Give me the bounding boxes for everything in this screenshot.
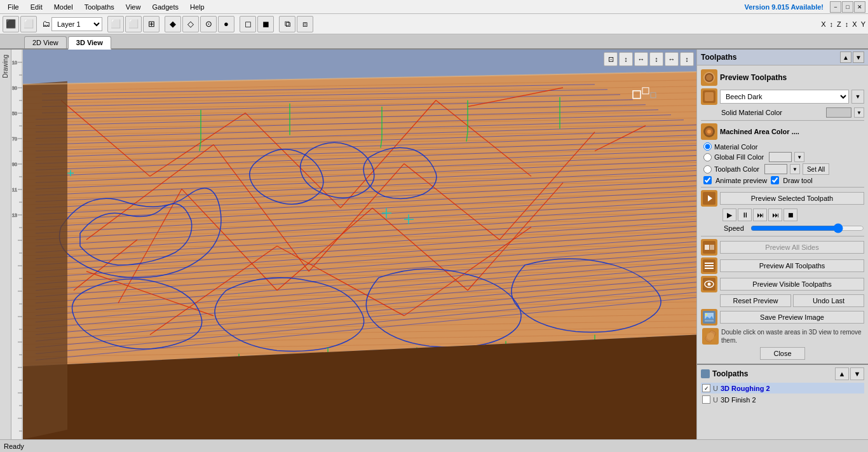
svg-rect-0 xyxy=(11,50,23,439)
close-button[interactable]: ✕ xyxy=(854,1,865,13)
speed-slider[interactable] xyxy=(750,223,864,233)
radio-material-color-input[interactable] xyxy=(703,142,712,151)
info-row: Double click on waste areas in 3D view t… xyxy=(701,328,864,345)
radio-global-fill-input[interactable] xyxy=(703,153,712,161)
svg-text:70: 70 xyxy=(12,137,17,141)
viewport-ctrl-4[interactable]: ↕ xyxy=(649,52,663,66)
play-button[interactable]: ▶ xyxy=(722,209,736,221)
toolpaths-list-title: Toolpaths xyxy=(712,369,748,378)
menu-help[interactable]: Help xyxy=(185,2,210,12)
menu-gadgets[interactable]: Gadgets xyxy=(147,2,184,12)
coord-x-label: X xyxy=(821,20,825,28)
panel-header: Toolpaths ▲ ▼ xyxy=(697,50,868,65)
preview-visible-button[interactable]: Preview Visible Toolpaths xyxy=(720,278,864,291)
menubar: File Edit Model Toolpaths View Gadgets H… xyxy=(0,0,868,14)
radio-toolpath-color-input[interactable] xyxy=(703,165,712,174)
viewport-ctrl-1[interactable]: ⊡ xyxy=(604,52,618,66)
viewport-3d[interactable]: 10 30 50 70 90 11 13 xyxy=(11,50,696,439)
material-dropdown-arrow[interactable]: ▼ xyxy=(851,90,864,104)
toolbar-zoom-selected[interactable]: ⬜ xyxy=(125,16,142,32)
svg-text:90: 90 xyxy=(12,162,17,167)
svg-rect-199 xyxy=(705,320,714,322)
menu-file[interactable]: File xyxy=(3,2,24,12)
animate-preview-check[interactable] xyxy=(703,176,712,184)
close-button[interactable]: Close xyxy=(760,347,804,360)
toolpath-color-arrow[interactable]: ▼ xyxy=(790,164,800,174)
toolbar-snap2[interactable]: ◇ xyxy=(182,16,199,32)
preview-all-sides-button[interactable]: Preview All Sides xyxy=(720,241,864,254)
reset-preview-button[interactable]: Reset Preview xyxy=(720,294,791,307)
viewport-ctrl-5[interactable]: ↔ xyxy=(665,52,679,66)
material-row: Beech Dark ▼ xyxy=(701,88,864,105)
viewport-ctrl-3[interactable]: ↔ xyxy=(634,52,648,66)
toolbar-snap4[interactable]: ● xyxy=(218,16,234,32)
toolbar-btn-2[interactable]: ⬜ xyxy=(20,16,37,32)
menu-model[interactable]: Model xyxy=(49,2,78,12)
toolbar-snap3[interactable]: ⊙ xyxy=(200,16,217,32)
toolpaths-list-section: Toolpaths ▲ ▼ ✓ U 3D Roughing 2 U xyxy=(697,364,868,408)
tab-2d-view[interactable]: 2D View xyxy=(24,36,67,48)
minimize-button[interactable]: − xyxy=(830,1,841,13)
global-fill-color-box[interactable] xyxy=(769,152,792,162)
viewport-ctrl-2[interactable]: ↕ xyxy=(619,52,633,66)
main-layout: Drawing 10 30 50 70 90 xyxy=(0,50,868,439)
preview-all-sides-row: Preview All Sides xyxy=(701,239,864,256)
svg-point-177 xyxy=(706,74,712,81)
toolpath-color-box[interactable] xyxy=(764,164,787,174)
draw-tool-check[interactable] xyxy=(771,176,779,184)
radio-global-fill: Global Fill Color ▼ xyxy=(701,152,864,162)
toolpath-item-2[interactable]: U 3D Finish 2 xyxy=(701,394,864,405)
maximize-button[interactable]: □ xyxy=(842,1,853,13)
radio-material-color-label: Material Color xyxy=(714,143,757,151)
toolbar-btn-1[interactable]: ⬛ xyxy=(3,16,19,32)
global-fill-color-arrow[interactable]: ▼ xyxy=(794,152,804,162)
toolbar-view2[interactable]: ⧈ xyxy=(297,16,313,32)
coord-z-label: Z xyxy=(837,20,841,28)
panel-title: Toolpaths xyxy=(701,53,736,62)
stop-button[interactable]: ⏹ xyxy=(783,209,797,221)
toolbar-render1[interactable]: ◻ xyxy=(240,16,256,32)
svg-text:30: 30 xyxy=(12,86,17,90)
toolpath-check-2[interactable] xyxy=(702,395,710,404)
material-select[interactable]: Beech Dark xyxy=(720,90,849,104)
undo-last-button[interactable]: Undo Last xyxy=(793,294,864,307)
pause-button[interactable]: ⏸ xyxy=(738,209,752,221)
toolbar-grid[interactable]: ⊞ xyxy=(143,16,159,32)
menu-edit[interactable]: Edit xyxy=(25,2,48,12)
preview-all-toolpaths-button[interactable]: Preview All Toolpaths xyxy=(720,259,864,272)
fast-forward-button[interactable]: ⏭ xyxy=(768,209,782,221)
window-controls: − □ ✕ xyxy=(830,1,865,13)
save-preview-button[interactable]: Save Preview Image xyxy=(720,311,864,324)
list-nav-btns: ▲ ▼ xyxy=(835,367,864,380)
solid-material-color-swatch[interactable] xyxy=(826,107,851,118)
viewport-ctrl-6[interactable]: ↕ xyxy=(680,52,694,66)
toolpath-item-1[interactable]: ✓ U 3D Roughing 2 xyxy=(701,383,864,394)
right-panel: Toolpaths ▲ ▼ Preview Toolpaths xyxy=(696,50,868,439)
preview-selected-button[interactable]: Preview Selected Toolpath xyxy=(720,192,864,205)
toolpath-check-1[interactable]: ✓ xyxy=(702,384,710,392)
toolbar-render2[interactable]: ◼ xyxy=(257,16,274,32)
toolbar: ⬛ ⬜ 🗂 Layer 1 ⬜ ⬜ ⊞ ◆ ◇ ⊙ ● ◻ ◼ ⧉ ⧈ X ↕ … xyxy=(0,14,868,34)
panel-icon-down[interactable]: ▼ xyxy=(853,51,864,63)
info-text: Double click on waste areas in 3D view t… xyxy=(721,328,863,345)
status-text: Ready xyxy=(4,442,24,450)
svg-marker-171 xyxy=(23,81,67,439)
toolbar-zoom-extents[interactable]: ⬜ xyxy=(107,16,124,32)
list-nav-up-button[interactable]: ▲ xyxy=(835,367,849,380)
setall-button[interactable]: Set All xyxy=(803,163,829,175)
ruler-vertical: 10 30 50 70 90 11 13 xyxy=(11,50,23,439)
version-badge: Version 9.015 Available! xyxy=(744,3,829,11)
layer-select[interactable]: Layer 1 xyxy=(51,17,102,31)
tab-3d-view[interactable]: 3D View xyxy=(68,36,111,50)
toolbar-view1[interactable]: ⧉ xyxy=(279,16,295,32)
menu-toolpaths[interactable]: Toolpaths xyxy=(79,2,119,12)
menu-view[interactable]: View xyxy=(121,2,146,12)
panel-icon-up[interactable]: ▲ xyxy=(840,51,851,63)
machined-area-title: Machined Area Color .... xyxy=(720,128,799,135)
solid-material-color-arrow[interactable]: ▼ xyxy=(854,107,864,118)
list-nav-down-button[interactable]: ▼ xyxy=(850,367,864,380)
svg-text:13: 13 xyxy=(12,213,17,217)
preview-visible-row: Preview Visible Toolpaths xyxy=(701,276,864,292)
step-forward-button[interactable]: ⏭ xyxy=(753,209,767,221)
toolbar-snap1[interactable]: ◆ xyxy=(165,16,181,32)
